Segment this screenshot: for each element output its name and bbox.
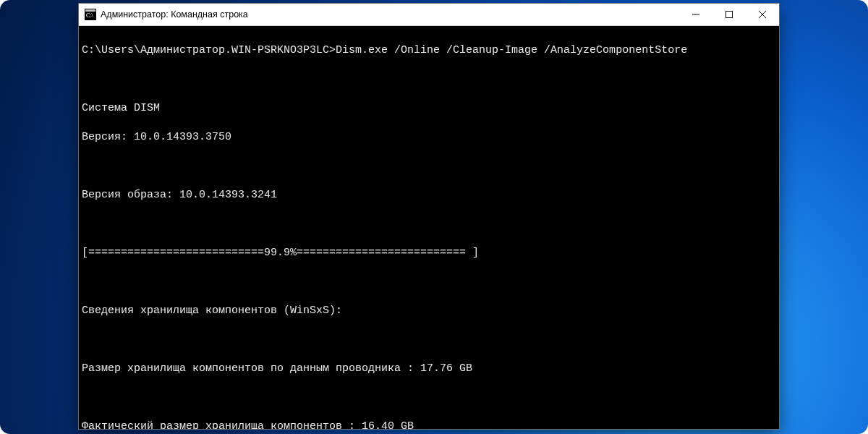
desktop-background: C:\ Администратор: Командная строка C:\U… xyxy=(0,0,868,434)
winsxs-header: Сведения хранилища компонентов (WinSxS): xyxy=(82,304,776,318)
svg-text:C:\: C:\ xyxy=(86,12,94,19)
blank-line xyxy=(82,333,776,347)
blank-line xyxy=(82,391,776,405)
window-title: Администратор: Командная строка xyxy=(101,9,248,20)
blank-line xyxy=(82,159,776,174)
close-button[interactable] xyxy=(746,4,779,25)
blank-line xyxy=(82,217,776,231)
svg-rect-4 xyxy=(726,12,733,18)
entered-command: Dism.exe /Online /Cleanup-Image /Analyze… xyxy=(336,44,687,56)
terminal-output[interactable]: C:\Users\Администратор.WIN-PSRKNO3P3LC>D… xyxy=(79,26,779,429)
prompt-path: C:\Users\Администратор.WIN-PSRKNO3P3LC> xyxy=(82,44,336,56)
explorer-reported-size: Размер хранилища компонентов по данным п… xyxy=(82,362,776,376)
window-titlebar[interactable]: C:\ Администратор: Командная строка xyxy=(79,4,779,26)
svg-rect-1 xyxy=(85,9,95,12)
prompt-line-1: C:\Users\Администратор.WIN-PSRKNO3P3LC>D… xyxy=(82,43,776,58)
dism-version: Версия: 10.0.14393.3750 xyxy=(82,130,776,145)
minimize-button[interactable] xyxy=(679,4,712,25)
progress-bar: [===========================99.9%=======… xyxy=(82,246,776,260)
maximize-button[interactable] xyxy=(712,4,746,25)
image-version: Версия образа: 10.0.14393.3241 xyxy=(82,188,776,203)
command-prompt-window: C:\ Администратор: Командная строка C:\U… xyxy=(78,3,780,430)
blank-line xyxy=(82,275,776,289)
actual-store-size: Фактический размер хранилища компонентов… xyxy=(82,420,776,429)
cmd-icon: C:\ xyxy=(85,9,96,20)
dism-system-name: Система DISM xyxy=(82,101,776,116)
blank-line xyxy=(82,72,776,87)
